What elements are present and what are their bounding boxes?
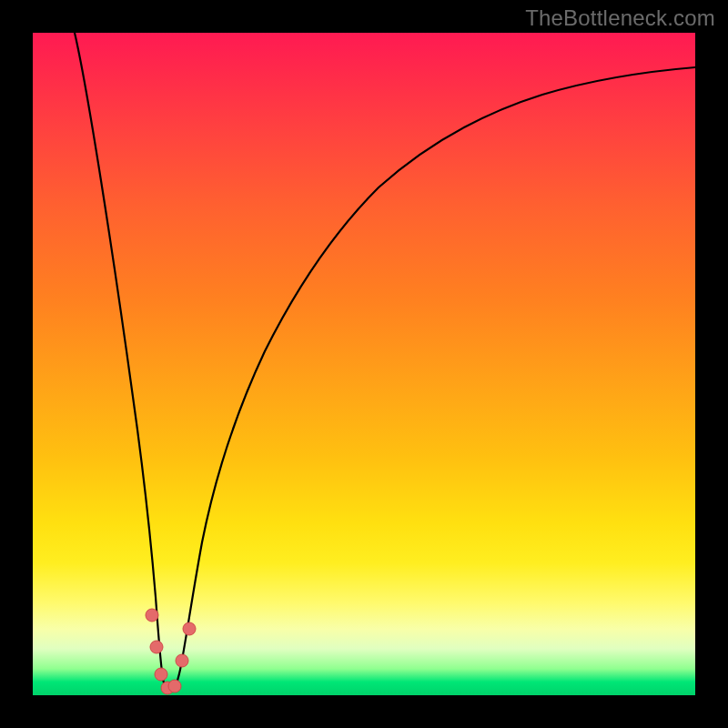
chart-frame: TheBottleneck.com (0, 0, 728, 728)
marker-dot (168, 680, 181, 693)
marker-dot (176, 654, 188, 667)
marker-dot (183, 622, 196, 635)
marker-dot (146, 609, 158, 622)
marker-dot (155, 668, 167, 681)
plot-area (33, 33, 695, 695)
watermark-text: TheBottleneck.com (525, 5, 715, 31)
chart-svg (33, 33, 695, 695)
marker-dot (150, 641, 163, 653)
bottleneck-curve (75, 33, 695, 692)
